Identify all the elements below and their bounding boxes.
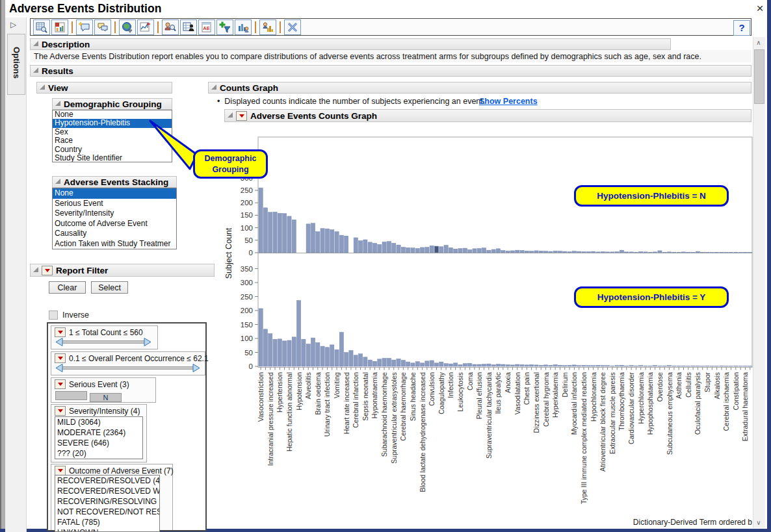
subject-table-icon[interactable] (180, 19, 197, 35)
list-item[interactable]: UNKNOWN (55, 527, 159, 532)
list-item[interactable]: Severity/Intensity (53, 209, 176, 219)
clear-button[interactable]: Clear (49, 281, 86, 294)
svg-text:200: 200 (241, 307, 253, 314)
report-filter-menu-icon[interactable] (42, 266, 53, 275)
svg-text:Brain oedema: Brain oedema (314, 372, 322, 415)
results-header[interactable]: Results (30, 65, 751, 77)
svg-text:Hypotension: Hypotension (295, 372, 303, 411)
description-text: The Adverse Events Distribution report e… (34, 52, 701, 61)
svg-text:Blood lactate dehydrogenase in: Blood lactate dehydrogenase increased (419, 372, 426, 492)
percent-occurrence-slider[interactable] (51, 363, 205, 375)
view-header[interactable]: View (36, 82, 172, 94)
svg-text:Type III immune complex mediat: Type III immune complex mediated reactio… (580, 372, 588, 504)
scroll-down-icon[interactable]: ∨ (753, 517, 764, 528)
serious-event-menu-icon[interactable] (55, 379, 66, 389)
ae-document-icon[interactable]: AE (198, 19, 215, 35)
svg-text:Hypertension: Hypertension (276, 372, 283, 412)
data-table-icon[interactable] (33, 19, 50, 35)
svg-text:Oculofacial paralysis: Oculofacial paralysis (694, 372, 701, 435)
list-item[interactable]: FATAL (785) (55, 517, 159, 527)
list-item[interactable]: Serious Event (53, 199, 176, 209)
scroll-up-icon[interactable]: ∧ (753, 37, 764, 48)
list-item[interactable]: Action Taken with Study Treatmer (53, 239, 176, 249)
counts-graph-note-text: Displayed counts indicate the number of … (224, 97, 485, 106)
severity-list[interactable]: MILD (3064)MODERATE (2364)SEVERE (646)??… (55, 416, 143, 459)
world-icon[interactable] (119, 19, 136, 35)
svg-text:Overdose: Overdose (656, 372, 664, 402)
expand-options-icon[interactable]: ▷ (10, 20, 21, 31)
serious-event-option-button[interactable] (55, 391, 87, 400)
show-percents-link[interactable]: Show Percents (479, 97, 538, 106)
notes-icon[interactable] (94, 19, 111, 35)
adverse-events-counts-graph-header[interactable]: Adverse Events Counts Graph (224, 109, 751, 122)
list-item[interactable]: Outcome of Adverse Event (53, 219, 176, 229)
serious-event-option-button[interactable]: N (90, 393, 122, 402)
demographic-grouping-header[interactable]: Demographic Grouping (52, 98, 172, 110)
svg-text:Atrioventricular block first d: Atrioventricular block first degree (599, 372, 607, 472)
counts-graph-menu-icon[interactable] (236, 111, 247, 121)
svg-text:Cerebral ischaemia: Cerebral ischaemia (722, 372, 730, 431)
report-graph-icon[interactable] (51, 19, 68, 35)
counts-graph-note: • Displayed counts indicate the number o… (217, 97, 485, 106)
description-header[interactable]: Description (30, 38, 671, 50)
percent-occurrence-label: 0.1 ≤ Overall Percent Occurrence ≤ 62.1 (69, 354, 209, 363)
list-item[interactable]: RECOVERING/RESOLVING (68 (55, 496, 159, 507)
svg-text:Coagulopathy: Coagulopathy (438, 372, 445, 414)
svg-text:0: 0 (249, 249, 253, 257)
list-item[interactable]: RECOVERED/RESOLVED WITH (55, 486, 159, 496)
outcome-menu-icon[interactable] (55, 466, 66, 475)
list-item[interactable]: MODERATE (2364) (55, 427, 142, 438)
note-add-icon[interactable] (76, 19, 93, 35)
list-item[interactable]: RECOVERED/RESOLVED (4074 (55, 475, 159, 486)
list-item[interactable]: NOT RECOVERED/NOT RESOL (55, 507, 159, 517)
adverse-events-stacking-list[interactable]: NoneSerious EventSeverity/IntensityOutco… (52, 188, 177, 249)
adverse-events-stacking-header[interactable]: Adverse Events Stacking (52, 176, 177, 188)
total-count-menu-icon[interactable] (55, 327, 66, 337)
close-report-icon[interactable] (284, 19, 301, 35)
vertical-scrollbar[interactable] (753, 37, 765, 528)
list-item[interactable]: Causality (53, 229, 176, 239)
svg-text:Convulsion: Convulsion (428, 372, 436, 406)
select-button[interactable]: Select (91, 281, 128, 294)
adverse-events-distribution-window: Adverse Events Distribution × ▷ Options … (0, 0, 771, 532)
svg-text:Sinus headache: Sinus headache (409, 372, 417, 421)
counts-graph-header-label: Counts Graph (220, 83, 278, 93)
list-item[interactable]: ??? (20) (55, 448, 142, 459)
svg-text:Delirium: Delirium (561, 372, 569, 398)
inverse-checkbox[interactable] (49, 310, 58, 320)
svg-text:150: 150 (241, 321, 253, 329)
list-item[interactable]: None (53, 188, 176, 199)
svg-text:Hyperkalaemia: Hyperkalaemia (551, 372, 559, 418)
outcome-list[interactable]: RECOVERED/RESOLVED (4074RECOVERED/RESOLV… (55, 475, 160, 532)
subjects-search-icon[interactable] (162, 19, 179, 35)
list-item[interactable]: MILD (3064) (55, 417, 142, 427)
chart-subjects-icon[interactable] (235, 19, 252, 35)
svg-text:Coma: Coma (466, 372, 474, 390)
chart-flag-icon[interactable] (137, 19, 154, 35)
svg-text:Sepsis neonatal: Sepsis neonatal (361, 372, 369, 421)
svg-text:Cerebral infarction: Cerebral infarction (352, 372, 359, 428)
total-count-slider[interactable] (51, 337, 157, 349)
disclosure-icon (228, 112, 233, 118)
filter-add-icon[interactable] (216, 19, 233, 35)
svg-text:Extraocular muscle paresis: Extraocular muscle paresis (608, 372, 616, 454)
report-filter-header[interactable]: Report Filter (30, 264, 215, 277)
help-button[interactable]: ? (733, 20, 750, 36)
svg-text:Thrombocythaemia: Thrombocythaemia (618, 372, 625, 431)
scrollbar-thumb[interactable] (754, 49, 764, 104)
group-n-callout: Hypotension-Phlebitis = N (574, 185, 729, 207)
total-count-label: 1 ≤ Total Count ≤ 560 (69, 328, 143, 337)
counts-graph-header[interactable]: Counts Graph (208, 82, 751, 94)
percent-occurrence-menu-icon[interactable] (55, 353, 66, 363)
close-icon[interactable]: × (753, 1, 767, 16)
inverse-label: Inverse (62, 310, 89, 320)
svg-text:Infection: Infection (447, 372, 454, 398)
svg-text:Subcutaneous emphysema: Subcutaneous emphysema (666, 372, 673, 455)
demographic-grouping-callout: Demographic Grouping (193, 149, 268, 179)
subject-chart-icon[interactable] (259, 19, 276, 35)
description-header-label: Description (42, 40, 90, 49)
svg-text:AE: AE (203, 25, 209, 31)
list-item[interactable]: SEVERE (646) (55, 438, 142, 448)
options-tab[interactable]: Options (7, 34, 25, 95)
severity-menu-icon[interactable] (55, 406, 66, 416)
